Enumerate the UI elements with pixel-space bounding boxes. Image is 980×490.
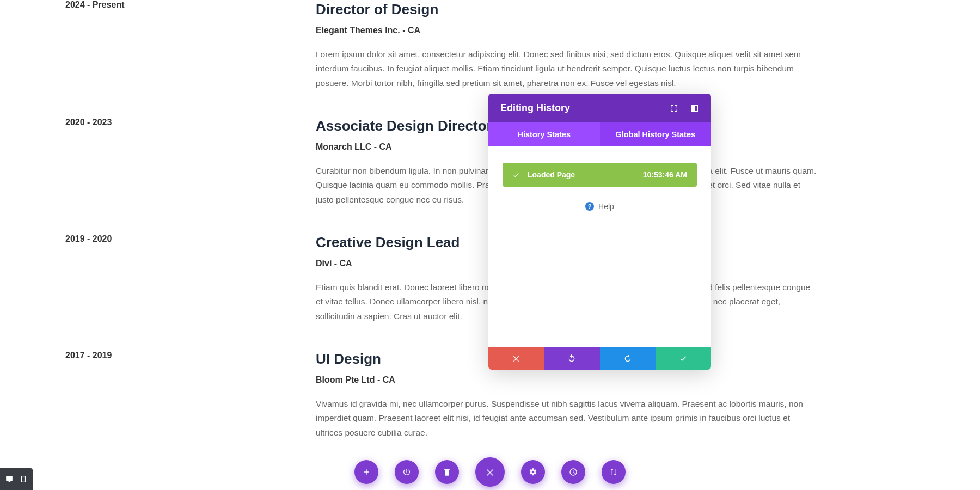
entry-dates: 2019 - 2020	[65, 234, 112, 243]
info-icon: ?	[585, 202, 594, 211]
entry-dates: 2017 - 2019	[65, 351, 112, 360]
redo-button[interactable]	[600, 347, 656, 370]
job-description: Vivamus id gravida mi, nec ullamcorper p…	[316, 397, 817, 440]
check-icon	[679, 354, 688, 363]
close-icon	[485, 467, 495, 477]
delete-button[interactable]	[435, 460, 459, 484]
gear-icon	[529, 468, 537, 476]
history-button[interactable]	[561, 460, 585, 484]
viewport-toggle[interactable]	[0, 468, 33, 490]
close-builder-button[interactable]	[475, 457, 505, 487]
panel-header-actions	[670, 104, 699, 113]
date-column: 2019 - 2020	[65, 234, 316, 323]
clock-icon	[569, 468, 578, 476]
entry-dates: 2024 - Present	[65, 0, 125, 9]
sort-icon	[609, 468, 618, 476]
phone-icon	[20, 475, 27, 483]
panel-tabs: History States Global History States	[488, 122, 711, 146]
date-column: 2020 - 2023	[65, 118, 316, 207]
tab-history-states[interactable]: History States	[488, 122, 600, 146]
expand-icon[interactable]	[670, 104, 678, 113]
job-description: Lorem ipsum dolor sit amet, consectetur …	[316, 47, 817, 90]
sort-button[interactable]	[602, 460, 626, 484]
content-column: Director of Design Elegant Themes Inc. -…	[316, 0, 817, 90]
discard-button[interactable]	[488, 347, 544, 370]
resume-entry: 2024 - Present Director of Design Elegan…	[65, 0, 915, 90]
undo-button[interactable]	[544, 347, 599, 370]
panel-footer	[488, 347, 711, 370]
trash-icon	[443, 468, 451, 476]
power-icon	[402, 468, 411, 476]
editing-history-panel[interactable]: Editing History History States Global Hi…	[488, 94, 711, 370]
history-state-item[interactable]: Loaded Page 10:53:46 AM	[503, 163, 697, 187]
panel-header[interactable]: Editing History	[488, 94, 711, 122]
confirm-button[interactable]	[656, 347, 711, 370]
entry-dates: 2020 - 2023	[65, 118, 112, 127]
company-name: Elegant Themes Inc. - CA	[316, 26, 817, 35]
desktop-icon	[5, 475, 13, 483]
date-column: 2024 - Present	[65, 0, 316, 90]
redo-icon	[623, 354, 632, 363]
close-icon	[512, 354, 520, 363]
help-link[interactable]: ? Help	[503, 202, 697, 211]
check-icon	[512, 171, 520, 179]
power-button[interactable]	[395, 460, 419, 484]
builder-action-bar	[354, 457, 626, 487]
history-item-time: 10:53:46 AM	[643, 170, 687, 179]
job-title: Director of Design	[316, 1, 817, 18]
undo-icon	[567, 354, 576, 363]
settings-button[interactable]	[521, 460, 545, 484]
tab-global-history-states[interactable]: Global History States	[600, 122, 712, 146]
plus-icon	[362, 468, 371, 476]
panel-body: Loaded Page 10:53:46 AM ? Help	[488, 146, 711, 347]
help-label: Help	[598, 202, 614, 211]
snap-right-icon[interactable]	[690, 104, 699, 113]
date-column: 2017 - 2019	[65, 351, 316, 440]
add-button[interactable]	[354, 460, 378, 484]
company-name: Bloom Pte Ltd - CA	[316, 375, 817, 385]
history-item-label: Loaded Page	[528, 170, 575, 179]
panel-title: Editing History	[500, 102, 570, 114]
